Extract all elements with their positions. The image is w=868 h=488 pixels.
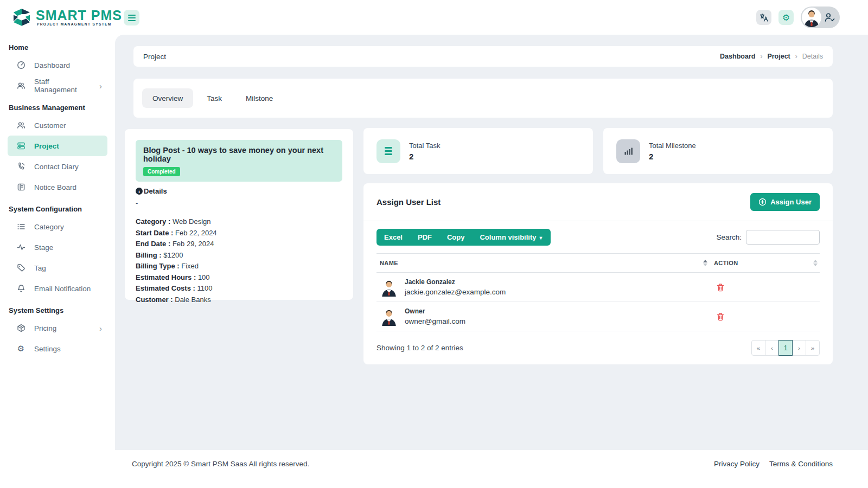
pagination: « ‹ 1 › » bbox=[751, 340, 820, 356]
sidebar-item-label: Tag bbox=[34, 264, 46, 272]
stat-label: Total Task bbox=[409, 142, 441, 150]
sidebar-item-settings[interactable]: ⚙ Settings bbox=[8, 338, 107, 359]
sidebar-item-dashboard[interactable]: Dashboard bbox=[8, 55, 107, 75]
search-label: Search: bbox=[716, 233, 742, 241]
project-description: - bbox=[136, 199, 342, 207]
sidebar: Home Dashboard Staff Management › Busine… bbox=[0, 35, 115, 488]
field-estimated-hours: Estimated Hours : 100 bbox=[136, 272, 342, 284]
breadcrumb-project[interactable]: Project bbox=[767, 53, 790, 60]
chevron-right-icon: › bbox=[99, 81, 102, 91]
field-end-date: End Date : Feb 29, 2024 bbox=[136, 239, 342, 250]
sidebar-item-email-notification[interactable]: Email Notification bbox=[8, 278, 107, 299]
pagination-last-button[interactable]: » bbox=[806, 340, 820, 356]
stat-label: Total Milestone bbox=[649, 142, 696, 150]
delete-user-button[interactable] bbox=[716, 283, 725, 292]
sidebar-item-label: Notice Board bbox=[34, 183, 76, 191]
pagination-first-button[interactable]: « bbox=[751, 340, 765, 356]
excel-button[interactable]: Excel bbox=[376, 229, 410, 246]
tab-overview[interactable]: Overview bbox=[142, 88, 193, 108]
sidebar-item-label: Project bbox=[34, 142, 59, 150]
sidebar-item-customer[interactable]: Customer bbox=[8, 115, 107, 136]
total-milestone-card: Total Milestone 2 bbox=[603, 128, 833, 174]
breadcrumb-dashboard[interactable]: Dashboard bbox=[720, 53, 755, 60]
sidebar-section-configuration: System Configuration bbox=[0, 197, 115, 216]
sidebar-item-label: Email Notification bbox=[34, 285, 91, 293]
project-details-card: Blog Post - 10 ways to save money on you… bbox=[125, 129, 353, 300]
sort-icon bbox=[703, 260, 707, 266]
details-heading: Details bbox=[136, 187, 342, 195]
app-logo[interactable]: SMART PMS PROJECT MANAGMENT SYSTEM bbox=[11, 6, 122, 28]
settings-button[interactable]: ⚙ bbox=[778, 10, 794, 25]
user-name: Jackie Gonzalez bbox=[405, 278, 506, 286]
pagination-page-1-button[interactable]: 1 bbox=[778, 340, 793, 356]
delete-user-button[interactable] bbox=[716, 312, 725, 321]
translate-button[interactable] bbox=[756, 10, 771, 25]
user-check-icon bbox=[824, 11, 835, 23]
sidebar-item-tag[interactable]: Tag bbox=[8, 258, 107, 278]
brand-tagline: PROJECT MANAGMENT SYSTEM bbox=[37, 22, 122, 26]
column-header-name[interactable]: NAME bbox=[376, 260, 710, 266]
sidebar-item-contact-diary[interactable]: Contact Diary bbox=[8, 156, 107, 177]
privacy-policy-link[interactable]: Privacy Policy bbox=[714, 460, 760, 468]
tabs-bar: Overview Task Milstone bbox=[133, 79, 833, 118]
tab-task[interactable]: Task bbox=[196, 88, 232, 108]
showing-entries-text: Showing 1 to 2 of 2 entries bbox=[376, 344, 463, 352]
sidebar-item-project[interactable]: Project bbox=[8, 136, 107, 156]
copy-button[interactable]: Copy bbox=[439, 229, 473, 246]
sidebar-section-business: Business Management bbox=[0, 96, 115, 115]
trash-icon bbox=[716, 283, 725, 292]
board-icon bbox=[16, 183, 25, 192]
sidebar-item-staff-management[interactable]: Staff Management › bbox=[8, 75, 107, 96]
sidebar-item-label: Stage bbox=[34, 243, 53, 252]
package-icon bbox=[16, 324, 25, 333]
sidebar-item-notice-board[interactable]: Notice Board bbox=[8, 177, 107, 197]
table-row: Jackie Gonzalez jackie.gonzalez@example.… bbox=[376, 273, 820, 302]
list-icon bbox=[16, 222, 25, 232]
field-billing-type: Billing Type : Fixed bbox=[136, 261, 342, 272]
column-header-action[interactable]: ACTION bbox=[710, 260, 820, 266]
field-customer: Customer : Dale Banks bbox=[136, 294, 342, 306]
sidebar-item-label: Settings bbox=[34, 345, 61, 353]
gauge-icon bbox=[16, 61, 25, 70]
page-title-card: Project Dashboard › Project › Details bbox=[133, 46, 833, 67]
tag-icon bbox=[16, 264, 25, 273]
chevron-separator-icon: › bbox=[795, 53, 797, 60]
pagination-next-button[interactable]: › bbox=[792, 340, 806, 356]
avatar bbox=[380, 278, 398, 297]
page-footer: Copyright 2025 © Smart PSM Saas All righ… bbox=[0, 450, 868, 488]
sidebar-item-stage[interactable]: Stage bbox=[8, 237, 107, 258]
sidebar-section-settings: System Settings bbox=[0, 299, 115, 318]
table-row: Owner owner@gmail.com bbox=[376, 302, 820, 331]
copyright-text: Copyright 2025 © Smart PSM Saas All righ… bbox=[132, 460, 309, 468]
sidebar-item-pricing[interactable]: Pricing › bbox=[8, 318, 107, 338]
info-icon bbox=[136, 188, 143, 195]
sidebar-toggle-button[interactable] bbox=[124, 10, 139, 25]
field-start-date: Start Date : Feb 22, 2024 bbox=[136, 228, 342, 239]
terms-conditions-link[interactable]: Terms & Conditions bbox=[769, 460, 833, 468]
column-visibility-button[interactable]: Column visibility▼ bbox=[472, 229, 551, 246]
sidebar-item-label: Category bbox=[34, 223, 64, 231]
breadcrumb-details: Details bbox=[802, 53, 823, 60]
status-badge: Completed bbox=[143, 167, 180, 176]
project-fields: Category : Web Design Start Date : Feb 2… bbox=[136, 216, 342, 305]
sidebar-item-category[interactable]: Category bbox=[8, 216, 107, 237]
user-menu[interactable] bbox=[801, 7, 840, 28]
sidebar-item-label: Contact Diary bbox=[34, 163, 79, 171]
project-title: Blog Post - 10 ways to save money on you… bbox=[143, 146, 335, 163]
task-list-icon bbox=[376, 139, 400, 163]
tab-milstone[interactable]: Milstone bbox=[235, 88, 283, 108]
pdf-button[interactable]: PDF bbox=[410, 229, 439, 246]
top-bar: SMART PMS PROJECT MANAGMENT SYSTEM ⚙ bbox=[0, 0, 868, 35]
assign-user-button[interactable]: Assign User bbox=[750, 193, 820, 211]
bell-icon bbox=[16, 284, 25, 293]
activity-icon bbox=[16, 243, 25, 252]
breadcrumb: Dashboard › Project › Details bbox=[720, 53, 823, 60]
assign-user-table: NAME ACTION Jackie Gonzalez jackie.gonza… bbox=[376, 253, 820, 331]
user-name: Owner bbox=[405, 307, 465, 315]
sidebar-item-label: Customer bbox=[34, 121, 66, 130]
stat-value: 2 bbox=[409, 152, 441, 161]
sidebar-item-label: Staff Management bbox=[34, 78, 91, 94]
pagination-prev-button[interactable]: ‹ bbox=[765, 340, 779, 356]
assign-user-card: Assign User List Assign User Excel PDF C… bbox=[363, 183, 833, 364]
search-input[interactable] bbox=[746, 230, 820, 245]
